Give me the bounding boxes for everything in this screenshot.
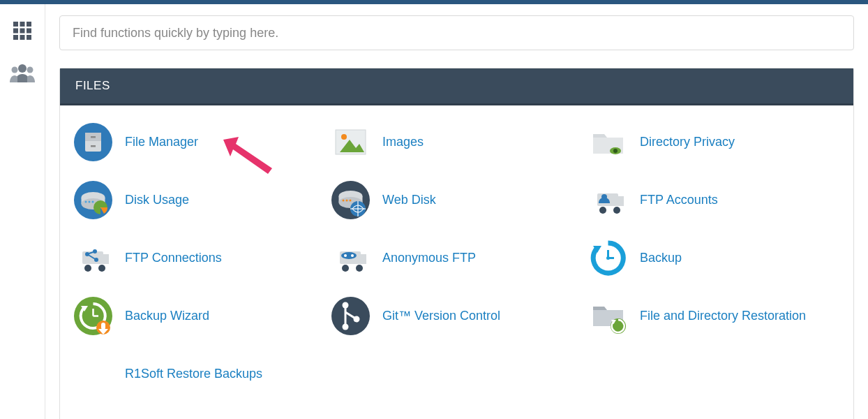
svg-rect-1	[20, 22, 25, 27]
app-label: Backup	[640, 251, 682, 265]
app-label: Git™ Version Control	[382, 309, 500, 323]
svg-point-29	[92, 201, 94, 203]
app-backup[interactable]: Backup	[589, 239, 839, 277]
app-ftp-accounts[interactable]: FTP Accounts	[589, 181, 839, 219]
ftp-connections-icon	[74, 239, 112, 277]
app-label: Directory Privacy	[640, 135, 735, 149]
svg-point-28	[89, 201, 91, 203]
svg-point-27	[85, 201, 87, 203]
svg-rect-8	[27, 35, 31, 40]
app-label: Anonymous FTP	[382, 251, 476, 265]
svg-point-48	[98, 265, 105, 272]
svg-rect-2	[27, 22, 31, 27]
svg-point-60	[351, 254, 354, 257]
panel-body: File Manager Images	[60, 105, 853, 419]
svg-point-36	[350, 200, 352, 202]
backup-wizard-icon	[74, 297, 112, 335]
app-ftp-connections[interactable]: FTP Connections	[74, 239, 324, 277]
users-icon[interactable]	[8, 59, 36, 87]
app-label: File Manager	[125, 135, 198, 149]
svg-rect-5	[27, 29, 31, 34]
app-label: Images	[382, 135, 424, 149]
svg-rect-4	[20, 29, 25, 34]
svg-point-56	[342, 265, 349, 272]
svg-point-77	[354, 316, 360, 323]
app-web-disk[interactable]: Web Disk	[331, 181, 582, 219]
svg-rect-46	[100, 254, 109, 264]
svg-point-75	[343, 302, 349, 309]
app-label: Web Disk	[382, 193, 436, 207]
app-disk-usage[interactable]: Disk Usage	[74, 181, 324, 219]
ftp-accounts-icon	[589, 181, 627, 219]
app-r1soft-restore[interactable]: R1Soft Restore Backups	[74, 355, 324, 393]
svg-point-11	[27, 67, 33, 73]
svg-rect-7	[20, 35, 25, 40]
app-anonymous-ftp[interactable]: Anonymous FTP	[331, 239, 582, 277]
svg-rect-0	[13, 22, 18, 27]
file-directory-restoration-icon	[589, 297, 627, 335]
svg-point-47	[84, 265, 91, 272]
file-manager-icon	[74, 123, 112, 161]
app-label: File and Directory Restoration	[640, 309, 806, 323]
svg-rect-6	[13, 35, 18, 40]
svg-rect-3	[13, 29, 18, 34]
app-images[interactable]: Images	[331, 123, 582, 161]
svg-point-35	[346, 200, 348, 202]
search-input[interactable]	[59, 15, 854, 50]
panel-header[interactable]: FILES	[60, 68, 853, 105]
svg-rect-70	[101, 323, 105, 330]
app-label: FTP Connections	[125, 251, 222, 265]
svg-point-76	[343, 324, 349, 330]
svg-point-59	[344, 254, 347, 257]
svg-point-42	[599, 207, 606, 214]
files-panel: FILES	[59, 68, 854, 419]
svg-point-10	[12, 67, 18, 73]
backup-icon	[589, 239, 627, 277]
svg-rect-15	[91, 136, 96, 138]
app-file-directory-restoration[interactable]: File and Directory Restoration	[589, 297, 839, 335]
panel-title: FILES	[75, 79, 110, 92]
svg-rect-16	[91, 145, 96, 147]
app-file-manager[interactable]: File Manager	[74, 123, 324, 161]
disk-usage-icon	[74, 181, 112, 219]
app-directory-privacy[interactable]: Directory Privacy	[589, 123, 839, 161]
svg-rect-41	[615, 196, 624, 206]
app-label: Disk Usage	[125, 193, 189, 207]
svg-point-18	[341, 134, 347, 140]
app-git-version-control[interactable]: Git™ Version Control	[331, 297, 582, 335]
apps-grid-icon[interactable]	[8, 17, 36, 45]
svg-rect-55	[358, 254, 366, 264]
web-disk-icon	[331, 181, 370, 219]
svg-point-57	[356, 265, 363, 272]
svg-point-9	[18, 64, 27, 73]
app-label: FTP Accounts	[640, 193, 718, 207]
main-content: FILES	[45, 4, 868, 419]
apps-grid: File Manager Images	[74, 123, 839, 393]
svg-point-58	[341, 252, 357, 259]
git-icon	[331, 297, 370, 335]
svg-point-34	[343, 200, 345, 202]
images-icon	[331, 123, 370, 161]
app-label: R1Soft Restore Backups	[125, 367, 262, 381]
anonymous-ftp-icon	[331, 239, 370, 277]
sidebar	[0, 4, 45, 419]
svg-point-22	[613, 149, 618, 153]
directory-privacy-icon	[589, 123, 627, 161]
app-backup-wizard[interactable]: Backup Wizard	[74, 297, 324, 335]
svg-point-43	[613, 207, 620, 214]
app-label: Backup Wizard	[125, 309, 209, 323]
